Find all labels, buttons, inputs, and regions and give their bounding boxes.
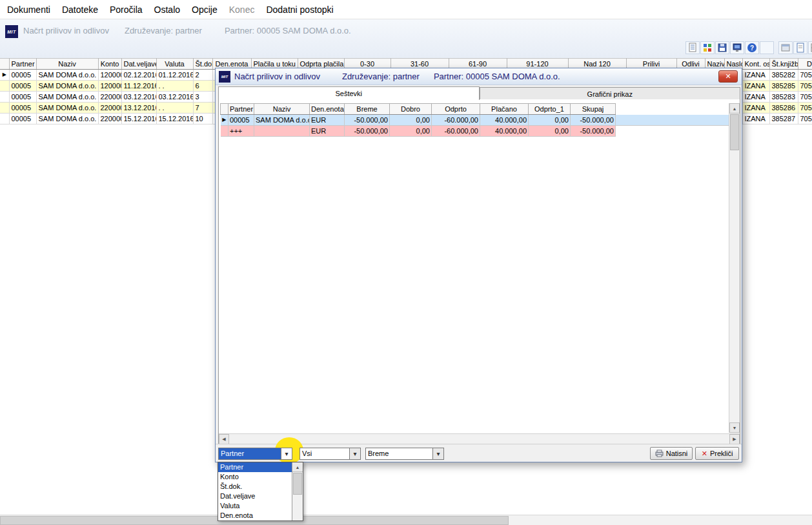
column-header[interactable]: Odprto_1 — [529, 104, 571, 115]
column-header[interactable]: Naziv — [254, 104, 310, 115]
column-header[interactable]: Naziv — [36, 59, 98, 70]
menu-item[interactable]: Ostalo — [148, 0, 186, 19]
scroll-down-button[interactable]: ▼ — [729, 422, 740, 433]
column-header[interactable]: Kont. oseb — [742, 59, 769, 70]
dropdown-item[interactable]: Den.enota — [218, 511, 292, 520]
column-header[interactable]: Breme — [345, 104, 390, 115]
combobox-dropdown-button[interactable]: ▾ — [349, 448, 360, 459]
cell-valuta: . . — [156, 103, 193, 114]
dialog-titlebar[interactable]: MIT Načrt prilivov in odlivov Združevanj… — [216, 68, 742, 85]
column-header[interactable]: Plačano — [480, 104, 529, 115]
monitor-button[interactable] — [730, 41, 744, 54]
scroll-up-button[interactable]: ▲ — [292, 462, 303, 472]
column-header[interactable]: Drž — [798, 59, 812, 70]
row-marker — [0, 103, 9, 114]
cell-naziv: SAM DOMA d.o.o. — [36, 114, 98, 124]
column-header[interactable]: Št.knjižbe — [769, 59, 798, 70]
column-header[interactable]: Valuta — [156, 59, 193, 70]
dropdown-item[interactable]: Št.dok. — [218, 482, 292, 491]
scroll-up-button[interactable]: ▲ — [729, 103, 740, 114]
combobox-dropdown-button[interactable]: ▾ — [432, 448, 443, 459]
close-icon: ✕ — [725, 72, 731, 81]
cell-st-knjizbe: 385286 — [769, 103, 798, 114]
column-header[interactable]: Dat.veljave — [121, 59, 156, 70]
cell-drz: 705 — [798, 92, 812, 103]
dialog-tabs: Seštevki Grafični prikaz — [218, 86, 740, 100]
tab[interactable]: Grafični prikaz — [480, 87, 741, 100]
menu-item[interactable]: Dokumenti — [1, 0, 56, 19]
print-button[interactable]: Natisni — [650, 447, 693, 460]
scroll-right-button[interactable]: ▶ — [729, 434, 740, 444]
cell-odprto-1: 0,00 — [529, 126, 571, 137]
column-header[interactable]: Št.dok — [193, 59, 212, 70]
column-header[interactable] — [221, 104, 228, 115]
more-tools-button[interactable] — [808, 41, 812, 54]
row-marker — [0, 81, 9, 92]
column-header[interactable] — [0, 59, 9, 70]
help-button[interactable]: ? — [745, 41, 759, 54]
column-header[interactable]: Odprto — [432, 104, 480, 115]
dropdown-item[interactable]: Dat.veljave — [218, 491, 292, 501]
column-header[interactable]: Den.enota — [310, 104, 345, 115]
sort-by-combobox[interactable]: Breme ▾ — [365, 448, 444, 460]
cell-naziv — [254, 126, 310, 137]
charts-button[interactable] — [700, 41, 715, 54]
dropdown-item[interactable]: Valuta — [218, 501, 292, 511]
cancel-button-label: Prekliči — [710, 450, 733, 457]
column-header[interactable]: Partner — [9, 59, 36, 70]
dialog-bottom-bar: Partner ▾ Vsi ▾ Breme ▾ — [216, 444, 742, 462]
export-button[interactable] — [715, 41, 729, 54]
summary-row[interactable]: ▶ 00005 SAM DOMA d.o.o. EUR -50.000,00 0… — [221, 115, 731, 126]
main-horizontal-scrollbar[interactable] — [0, 515, 812, 525]
summary-row[interactable]: +++ EUR -50.000,00 0,00 -60.000,00 40.00… — [221, 126, 731, 137]
cell-dat-veljave: 02.12.2016 — [121, 70, 156, 81]
column-header[interactable]: Skupaj — [571, 104, 616, 115]
toolbar-secondary — [778, 41, 812, 54]
scrollbar-thumb[interactable] — [293, 473, 302, 495]
cell-st-dok: 10 — [193, 114, 212, 124]
scope-combobox[interactable]: Vsi ▾ — [299, 448, 361, 460]
blank-button[interactable] — [760, 41, 774, 54]
cell-konto: 220000 — [98, 103, 121, 114]
export-icon — [717, 43, 727, 53]
dropdown-item[interactable]: Konto — [218, 472, 292, 482]
dialog-vertical-scrollbar[interactable]: ▲ ▼ — [729, 103, 740, 433]
group-by-combobox[interactable]: Partner ▾ — [218, 448, 292, 460]
menu-bar: Dokumenti Datoteke Poročila Ostalo Opcij… — [0, 0, 812, 19]
scrollbar-thumb[interactable] — [730, 114, 739, 150]
dropdown-item[interactable]: Partner — [218, 462, 292, 472]
cell-st-knjizbe: 385283 — [769, 92, 798, 103]
cell-konto: 220000 — [98, 92, 121, 103]
cancel-button[interactable]: ✕ Prekliči — [695, 447, 739, 460]
scroll-left-icon: ◀ — [222, 437, 225, 442]
cell-dat-veljave: 15.12.2016 — [121, 114, 156, 124]
cell-valuta: 01.12.2016 — [156, 70, 193, 81]
cell-odprto-1: 0,00 — [529, 115, 571, 126]
report-icon — [687, 43, 698, 53]
report-button[interactable] — [685, 41, 700, 54]
cell-skupaj: -50.000,00 — [571, 115, 616, 126]
dropdown-scrollbar[interactable]: ▲ — [292, 462, 303, 520]
cell-st-knjizbe: 385285 — [769, 81, 798, 92]
cell-konto: 220000 — [98, 114, 121, 124]
column-header[interactable]: Dobro — [390, 104, 432, 115]
column-header[interactable]: Konto — [98, 59, 121, 70]
menu-item[interactable]: Poročila — [104, 0, 148, 19]
menu-item[interactable]: Konec — [223, 0, 261, 19]
scroll-left-button[interactable]: ◀ — [219, 434, 229, 444]
tab[interactable]: Seštevki — [218, 86, 480, 100]
menu-item[interactable]: Dodatni postopki — [260, 0, 339, 19]
row-marker — [0, 92, 9, 103]
document-button[interactable] — [793, 41, 807, 54]
window-button[interactable] — [778, 41, 793, 54]
menu-item[interactable]: Datoteke — [56, 0, 104, 19]
combobox-dropdown-button[interactable]: ▾ — [281, 448, 292, 459]
cell-naziv: SAM DOMA d.o.o. — [36, 103, 98, 114]
combobox-value: Vsi — [300, 448, 349, 459]
close-button[interactable]: ✕ — [718, 70, 738, 83]
column-header[interactable]: Partner — [228, 104, 254, 115]
toolbar-main: ? — [685, 41, 775, 54]
menu-item[interactable]: Opcije — [186, 0, 223, 19]
dropdown-items: Partner Konto Št.dok. Dat.veljave Valuta… — [218, 462, 292, 520]
printer-icon — [655, 450, 664, 457]
